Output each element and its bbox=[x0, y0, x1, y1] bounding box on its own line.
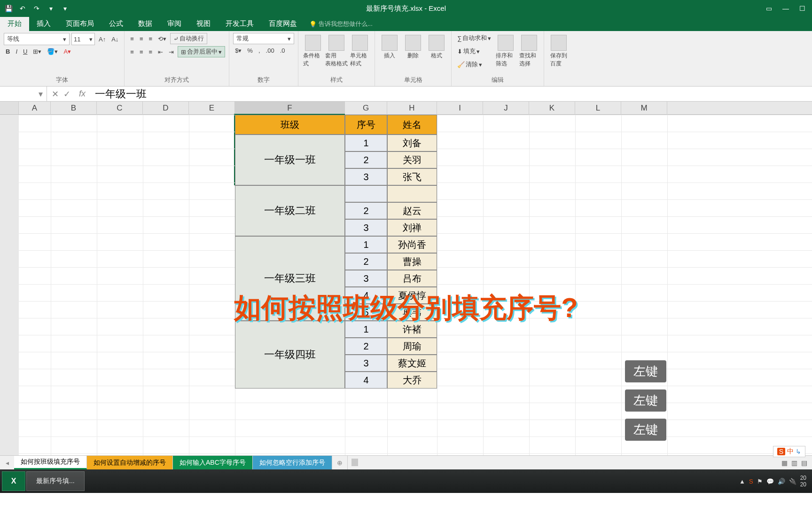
tab-formula[interactable]: 公式 bbox=[102, 16, 131, 31]
num-cell[interactable]: 3 bbox=[345, 355, 387, 372]
class-cell[interactable]: 一年级一班 bbox=[235, 135, 345, 185]
font-size-select[interactable]: 11▾ bbox=[71, 33, 95, 45]
horizontal-scrollbar[interactable] bbox=[347, 456, 777, 469]
num-cell[interactable]: 3 bbox=[345, 270, 387, 287]
merge-center-button[interactable]: ⊞ 合并后居中 ▾ bbox=[178, 46, 225, 57]
tray-icon[interactable]: 💬 bbox=[766, 478, 774, 485]
class-cell[interactable]: 一年级四班 bbox=[235, 321, 345, 389]
italic-button[interactable]: I bbox=[14, 47, 19, 56]
align-left-icon[interactable]: ≡ bbox=[128, 48, 136, 56]
column-header[interactable]: M bbox=[621, 102, 667, 115]
maximize-icon[interactable]: ☐ bbox=[799, 5, 805, 12]
num-cell[interactable]: 4 bbox=[345, 372, 387, 389]
sheet-tab[interactable]: 如何输入ABC字母序号 bbox=[173, 456, 253, 469]
redo-icon[interactable]: ↷ bbox=[32, 4, 41, 13]
increase-font-icon[interactable]: A↑ bbox=[97, 35, 108, 44]
cell-styles-button[interactable]: 单元格样式 bbox=[349, 33, 371, 70]
align-center-icon[interactable]: ≡ bbox=[138, 48, 145, 56]
sheet-tab[interactable]: 如何忽略空行添加序号 bbox=[253, 456, 332, 469]
qat-customize-icon[interactable]: ▾ bbox=[46, 4, 55, 13]
fill-button[interactable]: ⬇ 填充 ▾ bbox=[455, 46, 493, 56]
cancel-formula-icon[interactable]: ✕ bbox=[52, 89, 59, 99]
font-name-select[interactable]: 等线▾ bbox=[4, 33, 70, 45]
num-cell[interactable]: 1 bbox=[345, 135, 387, 151]
class-cell[interactable]: 一年级二班 bbox=[235, 185, 345, 236]
name-cell[interactable]: 赵云 bbox=[387, 202, 437, 219]
column-header[interactable]: I bbox=[437, 102, 483, 115]
tab-page-layout[interactable]: 页面布局 bbox=[58, 16, 102, 31]
table-header-class[interactable]: 班级 bbox=[235, 115, 345, 135]
name-cell[interactable]: 孙尚香 bbox=[387, 236, 437, 253]
border-icon[interactable]: ⊞▾ bbox=[31, 47, 43, 56]
clear-button[interactable]: 🧹 清除 ▾ bbox=[455, 59, 493, 70]
table-header-name[interactable]: 姓名 bbox=[387, 115, 437, 135]
column-header[interactable]: H bbox=[387, 102, 437, 115]
align-middle-icon[interactable]: ≡ bbox=[138, 34, 145, 43]
format-cells-button[interactable]: 格式 bbox=[426, 33, 447, 62]
sort-filter-button[interactable]: 排序和筛选 bbox=[495, 33, 516, 70]
num-cell[interactable] bbox=[345, 185, 387, 202]
column-header[interactable]: J bbox=[483, 102, 529, 115]
table-header-num[interactable]: 序号 bbox=[345, 115, 387, 135]
name-cell[interactable]: 关羽 bbox=[387, 151, 437, 168]
page-break-icon[interactable]: ▤ bbox=[801, 459, 807, 467]
comma-icon[interactable]: , bbox=[257, 46, 262, 55]
column-header[interactable]: K bbox=[529, 102, 575, 115]
qat-more-icon[interactable]: ▾ bbox=[60, 4, 70, 13]
name-cell[interactable]: 刘禅 bbox=[387, 219, 437, 236]
tell-me[interactable]: 💡告诉我您想做什么... bbox=[304, 17, 377, 31]
find-select-button[interactable]: 查找和选择 bbox=[518, 33, 540, 70]
number-format-select[interactable]: 常规▾ bbox=[233, 33, 294, 44]
increase-indent-icon[interactable]: ⇥ bbox=[167, 48, 176, 56]
tab-dev[interactable]: 开发工具 bbox=[218, 16, 261, 31]
num-cell[interactable]: 2 bbox=[345, 253, 387, 270]
wrap-text-button[interactable]: ⤶ 自动换行 bbox=[170, 33, 207, 44]
sheet-tab[interactable]: 如何按班级填充序号 bbox=[14, 456, 87, 469]
name-cell[interactable]: 张飞 bbox=[387, 168, 437, 185]
tab-data[interactable]: 数据 bbox=[131, 16, 160, 31]
decrease-font-icon[interactable]: A↓ bbox=[109, 35, 120, 44]
tab-insert[interactable]: 插入 bbox=[29, 16, 58, 31]
num-cell[interactable]: 3 bbox=[345, 219, 387, 236]
clock[interactable]: 20 20 bbox=[800, 475, 806, 488]
insert-cells-button[interactable]: 插入 bbox=[379, 33, 400, 62]
num-cell[interactable]: 2 bbox=[345, 202, 387, 219]
column-header[interactable]: F bbox=[235, 102, 345, 115]
confirm-formula-icon[interactable]: ✓ bbox=[63, 89, 70, 99]
bold-button[interactable]: B bbox=[4, 47, 12, 56]
fx-label[interactable]: fx bbox=[75, 89, 89, 99]
column-header[interactable]: G bbox=[345, 102, 387, 115]
autosum-button[interactable]: ∑ 自动求和 ▾ bbox=[455, 33, 493, 43]
name-cell[interactable]: 曹操 bbox=[387, 253, 437, 270]
decrease-indent-icon[interactable]: ⇤ bbox=[156, 48, 165, 56]
column-header[interactable]: C bbox=[97, 102, 143, 115]
tab-view[interactable]: 视图 bbox=[189, 16, 218, 31]
align-right-icon[interactable]: ≡ bbox=[147, 48, 155, 56]
name-cell[interactable]: 刘备 bbox=[387, 135, 437, 151]
font-color-icon[interactable]: A▾ bbox=[62, 47, 73, 56]
name-cell[interactable]: 吕布 bbox=[387, 270, 437, 287]
name-cell[interactable]: 大乔 bbox=[387, 372, 437, 389]
volume-icon[interactable]: 🔊 bbox=[778, 478, 785, 485]
currency-icon[interactable]: $▾ bbox=[233, 46, 243, 55]
taskbar-app[interactable]: 最新序号填... bbox=[26, 471, 85, 491]
table-format-button[interactable]: 套用 表格格式 bbox=[326, 33, 347, 70]
column-header[interactable]: B bbox=[51, 102, 97, 115]
add-sheet-button[interactable]: ⊕ bbox=[332, 456, 347, 469]
column-header[interactable]: D bbox=[143, 102, 189, 115]
cells-area[interactable]: 班级序号姓名一年级一班1刘备2关羽3张飞一年级二班2赵云3刘禅一年级三班1孙尚香… bbox=[19, 115, 812, 455]
orientation-icon[interactable]: ⟲▾ bbox=[156, 34, 168, 43]
tab-baidu[interactable]: 百度网盘 bbox=[261, 16, 304, 31]
name-cell[interactable] bbox=[387, 185, 437, 202]
conditional-format-button[interactable]: 条件格式 bbox=[302, 33, 324, 70]
column-header[interactable]: L bbox=[575, 102, 621, 115]
align-top-icon[interactable]: ≡ bbox=[128, 34, 136, 43]
excel-taskbar-icon[interactable]: X bbox=[2, 471, 25, 491]
page-layout-icon[interactable]: ▥ bbox=[791, 459, 797, 467]
sheet-tab[interactable]: 如何设置自动增减的序号 bbox=[87, 456, 173, 469]
decrease-decimal-icon[interactable]: .0 bbox=[278, 46, 287, 55]
column-header[interactable]: A bbox=[19, 102, 51, 115]
normal-view-icon[interactable]: ▦ bbox=[781, 459, 788, 467]
column-header[interactable]: E bbox=[189, 102, 235, 115]
underline-button[interactable]: U bbox=[21, 47, 29, 56]
